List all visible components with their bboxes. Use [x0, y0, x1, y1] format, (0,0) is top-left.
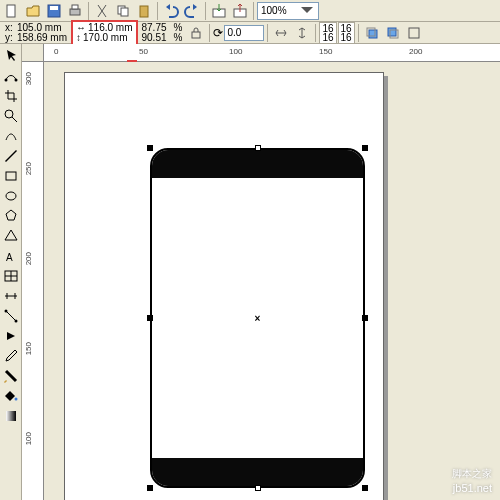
- svg-text:A: A: [6, 252, 13, 263]
- page: ×: [64, 72, 384, 500]
- selection-handle-sw[interactable]: [147, 485, 153, 491]
- svg-rect-3: [70, 9, 80, 15]
- outline-tool[interactable]: [1, 366, 21, 386]
- svg-rect-10: [192, 32, 200, 38]
- selection-handle-e[interactable]: [362, 315, 368, 321]
- freehand-tool[interactable]: [1, 126, 21, 146]
- svg-point-17: [14, 79, 17, 82]
- paste-button[interactable]: [134, 1, 154, 21]
- scale-y[interactable]: 90.51: [142, 32, 167, 43]
- cut-button[interactable]: [92, 1, 112, 21]
- svg-rect-2: [50, 6, 58, 10]
- tablet-top-bezel: [152, 150, 363, 178]
- undo-button[interactable]: [161, 1, 181, 21]
- height-arrow-icon: ↕: [76, 33, 81, 43]
- text-tool[interactable]: A: [1, 246, 21, 266]
- size-fields-highlighted: ↔116.0 mm ↕170.0 mm: [71, 20, 137, 46]
- rectangle-tool[interactable]: [1, 166, 21, 186]
- chevron-down-icon: [299, 3, 315, 19]
- table-tool[interactable]: [1, 266, 21, 286]
- svg-rect-7: [140, 6, 148, 17]
- to-back-button[interactable]: [383, 23, 403, 43]
- ellipse-tool[interactable]: [1, 186, 21, 206]
- open-button[interactable]: [23, 1, 43, 21]
- crop-tool[interactable]: [1, 86, 21, 106]
- svg-rect-11: [369, 30, 377, 38]
- selection-handle-nw[interactable]: [147, 145, 153, 151]
- export-button[interactable]: [230, 1, 250, 21]
- watermark: 脚本之家 jb51.net: [452, 461, 492, 494]
- connector-tool[interactable]: [1, 306, 21, 326]
- scale-display: 87.75 90.51: [139, 23, 170, 43]
- save-button[interactable]: [44, 1, 64, 21]
- percent-label: % %: [171, 23, 186, 43]
- separator: [209, 24, 210, 42]
- separator: [157, 2, 158, 20]
- fill-tool[interactable]: [1, 386, 21, 406]
- selection-handle-ne[interactable]: [362, 145, 368, 151]
- svg-rect-26: [6, 411, 16, 421]
- selection-handle-n[interactable]: [255, 145, 261, 151]
- width-arrow-icon: ↔: [76, 23, 86, 33]
- svg-point-24: [14, 320, 17, 323]
- nudge-group-1[interactable]: 16 16: [319, 22, 336, 44]
- zoom-value: 100%: [261, 5, 287, 16]
- separator: [358, 24, 359, 42]
- shape-tool[interactable]: [1, 66, 21, 86]
- drawing-area[interactable]: ×: [44, 62, 500, 500]
- vertical-ruler[interactable]: 300 250 200 150 100: [22, 62, 44, 500]
- svg-rect-6: [121, 8, 128, 16]
- object-center-marker: ×: [255, 313, 261, 324]
- polygon-tool[interactable]: [1, 206, 21, 226]
- eyedropper-tool[interactable]: [1, 346, 21, 366]
- horizontal-ruler[interactable]: 0 50 100 150 200: [44, 44, 500, 62]
- zoom-tool[interactable]: [1, 106, 21, 126]
- watermark-text: 脚本之家: [452, 468, 492, 479]
- dimension-tool[interactable]: [1, 286, 21, 306]
- canvas-area: 0 50 100 150 200 300 250 200 150 100 ×: [22, 44, 500, 500]
- svg-point-16: [4, 79, 7, 82]
- svg-rect-4: [72, 5, 78, 9]
- import-button[interactable]: [209, 1, 229, 21]
- print-button[interactable]: [65, 1, 85, 21]
- rotation-input[interactable]: [224, 25, 264, 41]
- wrap-button[interactable]: [404, 23, 424, 43]
- ruler-origin[interactable]: [22, 44, 44, 62]
- pick-tool[interactable]: [1, 46, 21, 66]
- copy-button[interactable]: [113, 1, 133, 21]
- basic-shapes-tool[interactable]: [1, 226, 21, 246]
- new-button[interactable]: [2, 1, 22, 21]
- separator: [267, 24, 268, 42]
- width-value[interactable]: 116.0 mm: [88, 23, 132, 33]
- property-bar: x:105.0 mm y:158.69 mm ↔116.0 mm ↕170.0 …: [0, 22, 500, 44]
- svg-point-20: [6, 192, 16, 200]
- y-value: 158.69 mm: [17, 33, 67, 43]
- lock-ratio-button[interactable]: [186, 23, 206, 43]
- interactive-tool[interactable]: [1, 326, 21, 346]
- selection-handle-w[interactable]: [147, 315, 153, 321]
- redo-button[interactable]: [182, 1, 202, 21]
- x-label: x:: [5, 23, 15, 33]
- selection-handle-se[interactable]: [362, 485, 368, 491]
- svg-rect-13: [388, 28, 396, 36]
- y-label: y:: [5, 33, 15, 43]
- position-display: x:105.0 mm y:158.69 mm: [2, 23, 70, 43]
- selected-object-tablet[interactable]: ×: [150, 148, 365, 488]
- to-front-button[interactable]: [362, 23, 382, 43]
- smart-drawing-tool[interactable]: [1, 146, 21, 166]
- svg-point-23: [4, 310, 7, 313]
- rotate-icon: ⟳: [213, 26, 223, 40]
- separator: [315, 24, 316, 42]
- mirror-h-button[interactable]: [271, 23, 291, 43]
- svg-point-18: [5, 110, 13, 118]
- separator: [88, 2, 89, 20]
- zoom-dropdown[interactable]: 100%: [257, 2, 319, 20]
- selection-handle-s[interactable]: [255, 485, 261, 491]
- svg-rect-15: [409, 28, 419, 38]
- interactive-fill-tool[interactable]: [1, 406, 21, 426]
- separator: [253, 2, 254, 20]
- mirror-v-button[interactable]: [292, 23, 312, 43]
- height-value[interactable]: 170.0 mm: [83, 33, 127, 43]
- nudge-group-2[interactable]: 16 16: [338, 22, 355, 44]
- toolbox: A: [0, 44, 22, 500]
